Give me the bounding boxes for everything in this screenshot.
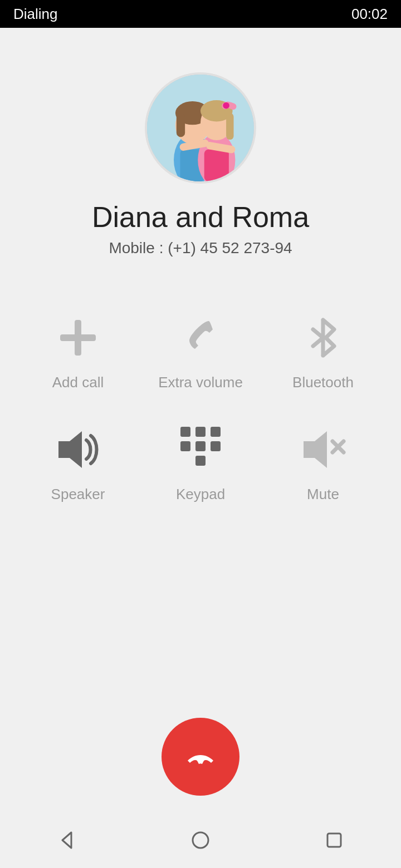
status-bar: Dialing 00:02 (0, 0, 401, 28)
svg-rect-5 (177, 113, 185, 137)
recents-button[interactable] (315, 821, 354, 860)
contact-number: Mobile : (+1) 45 52 273-94 (109, 239, 292, 257)
svg-rect-7 (204, 149, 229, 181)
speaker-icon (53, 425, 103, 475)
svg-rect-20 (195, 427, 206, 437)
keypad-action[interactable]: Keypad (150, 425, 251, 503)
svg-rect-25 (195, 456, 206, 466)
call-screen: Diana and Roma Mobile : (+1) 45 52 273-9… (0, 28, 401, 868)
svg-rect-17 (60, 334, 96, 341)
extra-volume-label: Extra volume (158, 374, 243, 391)
add-call-label: Add call (52, 374, 104, 391)
svg-marker-29 (62, 832, 71, 848)
svg-rect-22 (180, 441, 190, 451)
mute-icon (298, 425, 348, 475)
keypad-icon (175, 425, 226, 475)
svg-rect-21 (211, 427, 221, 437)
bluetooth-icon (298, 313, 348, 363)
end-call-container (162, 718, 239, 796)
extra-volume-action[interactable]: Extra volume (150, 313, 251, 391)
svg-rect-23 (195, 441, 206, 451)
mute-label: Mute (307, 486, 339, 503)
svg-marker-26 (304, 431, 327, 468)
speaker-action[interactable]: Speaker (28, 425, 128, 503)
svg-rect-19 (180, 427, 190, 437)
call-timer: 00:02 (351, 6, 388, 23)
bluetooth-label: Bluetooth (292, 374, 354, 391)
svg-rect-13 (226, 113, 233, 140)
end-call-button[interactable] (162, 718, 239, 796)
svg-rect-24 (211, 441, 221, 451)
svg-point-12 (223, 102, 229, 109)
call-status: Dialing (13, 6, 58, 23)
back-button[interactable] (47, 821, 86, 860)
svg-point-30 (193, 832, 208, 848)
speaker-label: Speaker (51, 486, 105, 503)
home-button[interactable] (181, 821, 220, 860)
svg-marker-18 (58, 431, 82, 468)
contact-avatar (145, 72, 256, 184)
call-actions: Add call Extra volume Bluetooth (28, 313, 373, 503)
contact-name: Diana and Roma (92, 200, 309, 234)
nav-bar (0, 812, 401, 868)
extra-volume-icon (175, 313, 226, 363)
mute-action[interactable]: Mute (273, 425, 373, 503)
add-call-action[interactable]: Add call (28, 313, 128, 391)
svg-rect-31 (327, 834, 341, 847)
keypad-label: Keypad (176, 486, 225, 503)
add-call-icon (53, 313, 103, 363)
bluetooth-action[interactable]: Bluetooth (273, 313, 373, 391)
